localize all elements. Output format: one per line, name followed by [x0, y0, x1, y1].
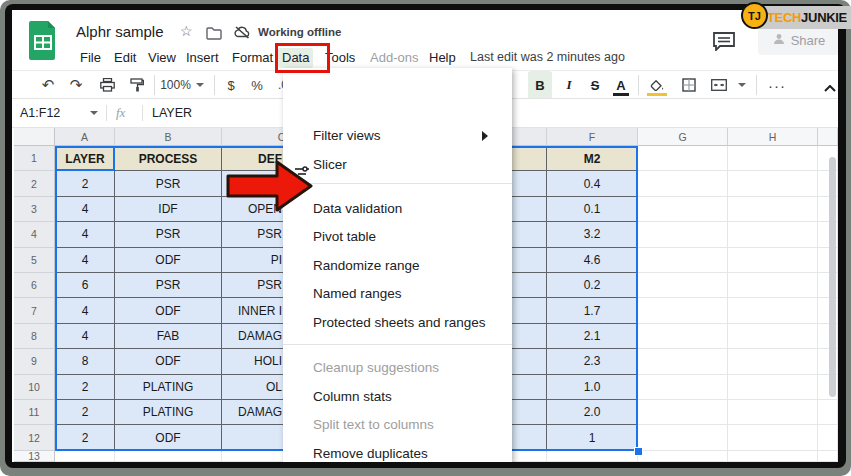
cell-H6[interactable] [728, 273, 818, 298]
cell-H5[interactable] [728, 248, 818, 273]
row-header-13[interactable]: 13 [14, 451, 55, 462]
cell-B13[interactable] [115, 451, 222, 462]
cell-G3[interactable] [638, 197, 728, 222]
cell-A1[interactable]: LAYER [55, 146, 115, 171]
cell-B6[interactable]: PSR [115, 273, 222, 298]
collapse-toolbar-icon[interactable] [824, 78, 836, 96]
cell-B12[interactable]: ODF [115, 425, 222, 450]
menu-scrollbar[interactable] [829, 157, 836, 397]
row-header-5[interactable]: 5 [14, 248, 55, 273]
menu-item-protected-sheets-and-ranges[interactable]: Protected sheets and ranges [283, 309, 512, 337]
cell-H9[interactable] [728, 349, 818, 374]
cell-A4[interactable]: 4 [55, 222, 115, 247]
cell-A3[interactable]: 4 [55, 197, 115, 222]
cell-G11[interactable] [638, 400, 728, 425]
cell-A6[interactable]: 6 [55, 273, 115, 298]
cell-A11[interactable]: 2 [55, 400, 115, 425]
cell-A13[interactable] [55, 451, 115, 462]
cell-G5[interactable] [638, 248, 728, 273]
cell-I12[interactable] [818, 425, 838, 450]
cell-F13[interactable] [547, 451, 638, 462]
column-header-A[interactable]: A [55, 128, 115, 146]
cell-H3[interactable] [728, 197, 818, 222]
menu-item-pivot-table[interactable]: Pivot table [283, 223, 512, 251]
cell-B8[interactable]: FAB [115, 324, 222, 349]
cell-F7[interactable]: 1.7 [547, 298, 638, 323]
row-header-8[interactable]: 8 [14, 324, 55, 349]
menu-item-filter-views[interactable]: Filter views [283, 122, 512, 150]
cell-B9[interactable]: ODF [115, 349, 222, 374]
cell-B1[interactable]: PROCESS [115, 146, 222, 171]
cell-H12[interactable] [728, 425, 818, 450]
cell-H7[interactable] [728, 298, 818, 323]
cell-A12[interactable]: 2 [55, 425, 115, 450]
row-header-2[interactable]: 2 [14, 171, 55, 196]
cell-F10[interactable]: 1.0 [547, 375, 638, 400]
row-header-1[interactable]: 1 [14, 146, 55, 171]
cell-A5[interactable]: 4 [55, 248, 115, 273]
cell-G8[interactable] [638, 324, 728, 349]
cell-G4[interactable] [638, 222, 728, 247]
cell-A7[interactable]: 4 [55, 298, 115, 323]
cell-B11[interactable]: PLATING [115, 400, 222, 425]
cell-G6[interactable] [638, 273, 728, 298]
cell-H8[interactable] [728, 324, 818, 349]
menu-item-remove-duplicates[interactable]: Remove duplicates [283, 440, 512, 462]
cell-F2[interactable]: 0.4 [547, 171, 638, 196]
column-header-B[interactable]: B [115, 128, 222, 146]
menu-item-named-ranges[interactable]: Named ranges [283, 280, 512, 308]
cell-B4[interactable]: PSR [115, 222, 222, 247]
cell-F8[interactable]: 2.1 [547, 324, 638, 349]
cell-B2[interactable]: PSR [115, 171, 222, 196]
menu-item-data-validation[interactable]: Data validation [283, 195, 512, 223]
menu-item-split-text-to-columns[interactable]: Split text to columns [283, 411, 512, 439]
cell-F12[interactable]: 1 [547, 425, 638, 450]
row-header-7[interactable]: 7 [14, 298, 55, 323]
column-header-I[interactable] [818, 128, 838, 146]
cell-F1[interactable]: M2 [547, 146, 638, 171]
cell-H13[interactable] [728, 451, 818, 462]
menu-item-randomize-range[interactable]: Randomize range [283, 252, 512, 280]
cell-I11[interactable] [818, 400, 838, 425]
row-header-6[interactable]: 6 [14, 273, 55, 298]
cell-B10[interactable]: PLATING [115, 375, 222, 400]
cell-F5[interactable]: 4.6 [547, 248, 638, 273]
cell-G2[interactable] [638, 171, 728, 196]
cell-G1[interactable] [638, 146, 728, 171]
cell-H1[interactable] [728, 146, 818, 171]
row-header-12[interactable]: 12 [14, 425, 55, 450]
menu-item-column-stats[interactable]: Column stats [283, 383, 512, 411]
row-header-4[interactable]: 4 [14, 222, 55, 247]
cell-F9[interactable]: 2.3 [547, 349, 638, 374]
cell-G7[interactable] [638, 298, 728, 323]
cell-A2[interactable]: 2 [55, 171, 115, 196]
column-header-G[interactable]: G [638, 128, 728, 146]
row-header-9[interactable]: 9 [14, 349, 55, 374]
cell-H10[interactable] [728, 375, 818, 400]
selection-fill-handle[interactable] [634, 447, 643, 456]
grid-corner-box[interactable] [14, 128, 55, 146]
cell-H2[interactable] [728, 171, 818, 196]
cell-A8[interactable]: 4 [55, 324, 115, 349]
cell-F11[interactable]: 2.0 [547, 400, 638, 425]
cell-G10[interactable] [638, 375, 728, 400]
cell-F4[interactable]: 3.2 [547, 222, 638, 247]
menu-item-slicer[interactable]: Slicer [283, 151, 512, 179]
column-header-H[interactable]: H [728, 128, 818, 146]
cell-A10[interactable]: 2 [55, 375, 115, 400]
cell-H4[interactable] [728, 222, 818, 247]
row-header-3[interactable]: 3 [14, 197, 55, 222]
row-header-11[interactable]: 11 [14, 400, 55, 425]
cell-A9[interactable]: 8 [55, 349, 115, 374]
cell-G12[interactable] [638, 425, 728, 450]
cell-B3[interactable]: IDF [115, 197, 222, 222]
cell-G13[interactable] [638, 451, 728, 462]
menu-item-cleanup-suggestions[interactable]: Cleanup suggestions [283, 354, 512, 382]
cell-F6[interactable]: 0.2 [547, 273, 638, 298]
cell-F3[interactable]: 0.1 [547, 197, 638, 222]
row-header-10[interactable]: 10 [14, 375, 55, 400]
cell-B7[interactable]: ODF [115, 298, 222, 323]
cell-G9[interactable] [638, 349, 728, 374]
cell-H11[interactable] [728, 400, 818, 425]
cell-I13[interactable] [818, 451, 838, 462]
